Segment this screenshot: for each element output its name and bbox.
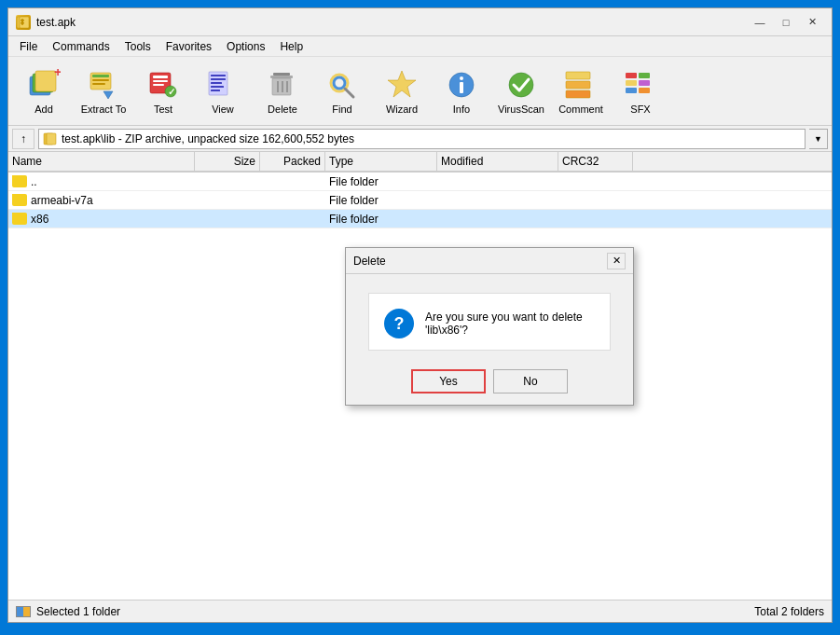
menu-favorites[interactable]: Favorites [158, 38, 219, 55]
window-title: test.apk [36, 16, 748, 29]
svg-rect-46 [639, 73, 650, 78]
col-header-modified[interactable]: Modified [437, 152, 558, 171]
col-header-name[interactable]: Name [8, 152, 195, 171]
svg-rect-11 [92, 79, 109, 81]
svg-rect-3 [21, 20, 24, 21]
add-icon: + [27, 68, 61, 102]
svg-rect-45 [626, 88, 637, 93]
col-header-packed[interactable]: Packed [260, 152, 325, 171]
svg-rect-7 [35, 71, 56, 91]
wizard-button[interactable]: Wizard [374, 61, 430, 122]
svg-rect-10 [92, 75, 109, 77]
svg-rect-44 [626, 80, 637, 86]
svg-rect-25 [211, 90, 220, 91]
address-dropdown[interactable]: ▼ [809, 129, 828, 149]
svg-rect-21 [211, 75, 226, 76]
menu-options[interactable]: Options [219, 38, 272, 55]
view-label: View [212, 104, 234, 115]
address-field[interactable]: test.apk\lib - ZIP archive, unpacked siz… [38, 129, 806, 149]
menu-help[interactable]: Help [272, 38, 310, 55]
address-text: test.apk\lib - ZIP archive, unpacked siz… [62, 132, 354, 145]
dialog-title-bar: Delete ✕ [346, 248, 633, 274]
add-button[interactable]: + Add [16, 61, 72, 122]
status-bar: Selected 1 folder Total 2 folders [8, 600, 832, 622]
toolbar: + Add Extract To [8, 57, 832, 126]
col-header-size[interactable]: Size [195, 152, 260, 171]
find-icon [325, 68, 359, 102]
status-total: Total 2 folders [754, 605, 824, 618]
file-name: x86 [8, 213, 195, 226]
app-icon [16, 15, 31, 30]
add-label: Add [34, 104, 53, 115]
find-label: Find [332, 104, 351, 115]
virusscan-icon [504, 68, 538, 102]
status-icon [16, 606, 31, 617]
maximize-button[interactable]: □ [774, 13, 798, 32]
comment-button[interactable]: Comment [553, 61, 609, 122]
delete-dialog: Delete ✕ ? Are you sure you want to dele… [345, 247, 634, 406]
svg-marker-13 [103, 91, 113, 99]
svg-rect-28 [272, 78, 291, 95]
info-button[interactable]: Info [434, 61, 489, 122]
delete-icon [266, 68, 299, 102]
menu-file[interactable]: File [12, 38, 45, 55]
svg-rect-16 [153, 80, 168, 82]
svg-rect-43 [626, 73, 637, 78]
svg-rect-38 [460, 82, 463, 93]
status-selected: Selected 1 folder [36, 605, 120, 618]
title-controls: ― □ ✕ [748, 13, 824, 32]
test-icon: ✓ [146, 68, 180, 102]
svg-rect-23 [211, 82, 222, 84]
comment-icon [564, 68, 598, 102]
col-header-type[interactable]: Type [325, 152, 437, 171]
file-name: .. [8, 175, 195, 188]
folder-icon [12, 175, 27, 187]
comment-label: Comment [558, 104, 603, 115]
svg-rect-15 [153, 76, 168, 78]
yes-button[interactable]: Yes [411, 369, 486, 393]
find-button[interactable]: Find [314, 61, 370, 122]
view-button[interactable]: View [195, 61, 251, 122]
extract-to-label: Extract To [81, 104, 127, 115]
test-label: Test [154, 104, 172, 115]
svg-point-37 [460, 76, 463, 80]
test-button[interactable]: ✓ Test [135, 61, 191, 122]
dialog-title: Delete [353, 255, 607, 268]
table-row[interactable]: .. File folder [8, 173, 832, 191]
column-headers: Name Size Packed Type Modified CRC32 [8, 152, 832, 173]
menu-commands[interactable]: Commands [45, 38, 117, 55]
virusscan-label: VirusScan [498, 104, 544, 115]
svg-rect-48 [639, 88, 650, 93]
svg-rect-4 [21, 22, 24, 24]
svg-marker-35 [388, 71, 416, 97]
view-icon [206, 68, 240, 102]
menu-bar: File Commands Tools Favorites Options He… [8, 36, 832, 57]
menu-tools[interactable]: Tools [117, 38, 158, 55]
svg-rect-50 [47, 133, 56, 145]
svg-rect-22 [211, 78, 226, 80]
svg-rect-47 [639, 80, 650, 86]
wizard-label: Wizard [386, 104, 418, 115]
up-button[interactable]: ↑ [12, 129, 34, 149]
file-type: File folder [325, 213, 437, 226]
svg-rect-41 [566, 81, 590, 89]
info-label: Info [453, 104, 470, 115]
svg-rect-24 [211, 86, 224, 88]
table-row[interactable]: armeabi-v7a File folder [8, 191, 832, 210]
svg-text:+: + [54, 69, 61, 79]
wizard-icon [385, 68, 419, 102]
delete-label: Delete [268, 104, 297, 115]
extract-to-button[interactable]: Extract To [76, 61, 131, 122]
delete-button[interactable]: Delete [255, 61, 310, 122]
no-button[interactable]: No [493, 369, 568, 393]
col-header-crc32[interactable]: CRC32 [558, 152, 633, 171]
virusscan-button[interactable]: VirusScan [493, 61, 549, 122]
table-row[interactable]: x86 File folder [8, 210, 832, 228]
close-button[interactable]: ✕ [800, 13, 824, 32]
folder-icon [12, 213, 27, 225]
sfx-button[interactable]: SFX [613, 61, 668, 122]
title-bar: test.apk ― □ ✕ [8, 8, 832, 36]
dialog-close-button[interactable]: ✕ [607, 253, 626, 269]
minimize-button[interactable]: ― [748, 13, 772, 32]
sfx-icon [624, 68, 657, 102]
